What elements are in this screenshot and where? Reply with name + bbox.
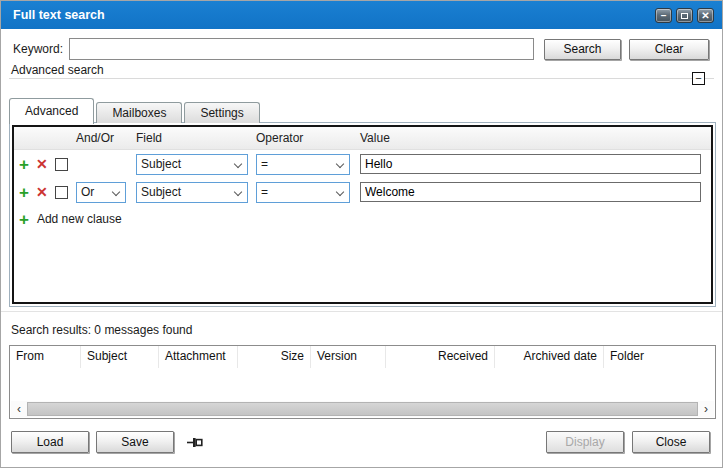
horizontal-scrollbar[interactable]: ‹ › xyxy=(11,401,714,417)
header-and-or: And/Or xyxy=(72,131,132,145)
window-controls: – ✕ xyxy=(655,8,714,23)
search-button[interactable]: Search xyxy=(544,39,621,60)
results-table-header: From Subject Attachment Size Version Rec… xyxy=(10,346,715,368)
clause-grid-header: And/Or Field Operator Value xyxy=(14,127,711,150)
row-actions: + ✕ xyxy=(14,184,72,201)
minimize-icon: – xyxy=(661,10,667,21)
search-results-summary: Search results: 0 messages found xyxy=(11,323,192,337)
chevron-down-icon xyxy=(112,187,120,195)
clause-value-input[interactable] xyxy=(360,182,701,202)
row-actions: + ✕ xyxy=(14,156,72,173)
load-button[interactable]: Load xyxy=(11,431,89,453)
tab-advanced[interactable]: Advanced xyxy=(9,98,94,124)
add-new-clause-link[interactable]: + Add new clause xyxy=(14,206,711,232)
scroll-right-icon[interactable]: › xyxy=(698,401,714,417)
add-icon: + xyxy=(19,211,29,228)
collapse-section-button[interactable]: − xyxy=(692,72,705,85)
footer-bar: Load Save Display Close xyxy=(11,431,710,453)
column-header-version[interactable]: Version xyxy=(311,346,386,368)
maximize-icon xyxy=(681,13,688,19)
field-cell: Subject xyxy=(132,182,254,203)
field-dropdown-value: Subject xyxy=(141,157,181,171)
operator-cell: = xyxy=(254,154,356,175)
scrollbar-thumb[interactable] xyxy=(27,402,698,416)
clause-row: + ✕ Subject = xyxy=(14,150,711,178)
maximize-button[interactable] xyxy=(676,8,693,23)
column-header-received[interactable]: Received xyxy=(386,346,495,368)
chevron-down-icon xyxy=(234,187,242,195)
delete-clause-icon[interactable]: ✕ xyxy=(36,185,48,199)
operator-dropdown[interactable]: = xyxy=(256,154,350,175)
clause-checkbox[interactable] xyxy=(55,158,68,171)
add-clause-icon[interactable]: + xyxy=(19,184,29,201)
close-button[interactable]: ✕ xyxy=(697,8,714,23)
operator-dropdown-value: = xyxy=(261,157,268,171)
add-clause-icon[interactable]: + xyxy=(19,156,29,173)
keyword-label: Keyword: xyxy=(13,42,63,56)
advanced-tab-panel: And/Or Field Operator Value + ✕ Subject xyxy=(9,122,716,307)
value-cell xyxy=(356,182,711,202)
value-cell xyxy=(356,154,711,174)
clause-grid: And/Or Field Operator Value + ✕ Subject xyxy=(12,125,713,304)
header-value: Value xyxy=(356,131,711,145)
save-button[interactable]: Save xyxy=(96,431,174,453)
keyword-row: Keyword: Search Clear xyxy=(13,38,709,60)
operator-cell: = xyxy=(254,182,356,203)
title-bar: Full text search – ✕ xyxy=(1,1,722,29)
chevron-down-icon xyxy=(234,159,242,167)
column-header-attachment[interactable]: Attachment xyxy=(159,346,238,368)
field-dropdown-value: Subject xyxy=(141,185,181,199)
operator-dropdown-value: = xyxy=(261,185,268,199)
close-icon: ✕ xyxy=(701,10,709,21)
tab-mailboxes[interactable]: Mailboxes xyxy=(96,102,182,123)
advanced-search-label[interactable]: Advanced search xyxy=(11,63,104,77)
column-header-archived-date[interactable]: Archived date xyxy=(495,346,604,368)
results-table: From Subject Attachment Size Version Rec… xyxy=(9,345,716,419)
display-button: Display xyxy=(546,431,624,453)
chevron-down-icon xyxy=(336,159,344,167)
clause-row: + ✕ Or Subject xyxy=(14,178,711,206)
column-header-size[interactable]: Size xyxy=(238,346,311,368)
close-dialog-button[interactable]: Close xyxy=(632,431,710,453)
and-or-dropdown-value: Or xyxy=(81,185,94,199)
tab-strip: Advanced Mailboxes Settings xyxy=(9,97,262,123)
clause-value-input[interactable] xyxy=(360,154,701,174)
header-field: Field xyxy=(132,131,254,145)
results-divider xyxy=(1,311,722,312)
and-or-cell: Or xyxy=(72,182,132,203)
full-text-search-window: Full text search – ✕ Keyword: Search Cle… xyxy=(0,0,723,468)
operator-dropdown[interactable]: = xyxy=(256,182,350,203)
tab-settings[interactable]: Settings xyxy=(184,102,259,123)
window-title: Full text search xyxy=(13,8,655,22)
field-dropdown[interactable]: Subject xyxy=(136,182,248,203)
collapse-icon: − xyxy=(695,72,701,84)
clear-button[interactable]: Clear xyxy=(629,39,709,60)
pin-button[interactable] xyxy=(187,436,204,449)
field-cell: Subject xyxy=(132,154,254,175)
pin-icon xyxy=(187,436,204,449)
column-header-subject[interactable]: Subject xyxy=(81,346,159,368)
field-dropdown[interactable]: Subject xyxy=(136,154,248,175)
clause-checkbox[interactable] xyxy=(55,186,68,199)
chevron-down-icon xyxy=(336,187,344,195)
column-header-folder[interactable]: Folder xyxy=(604,346,715,368)
scroll-left-icon[interactable]: ‹ xyxy=(11,401,27,417)
column-header-from[interactable]: From xyxy=(10,346,81,368)
minimize-button[interactable]: – xyxy=(655,8,672,23)
and-or-dropdown[interactable]: Or xyxy=(76,182,126,203)
add-new-clause-label: Add new clause xyxy=(37,212,122,226)
keyword-input[interactable] xyxy=(69,38,534,60)
delete-clause-icon[interactable]: ✕ xyxy=(36,157,48,171)
section-divider xyxy=(9,78,714,79)
header-operator: Operator xyxy=(254,131,356,145)
